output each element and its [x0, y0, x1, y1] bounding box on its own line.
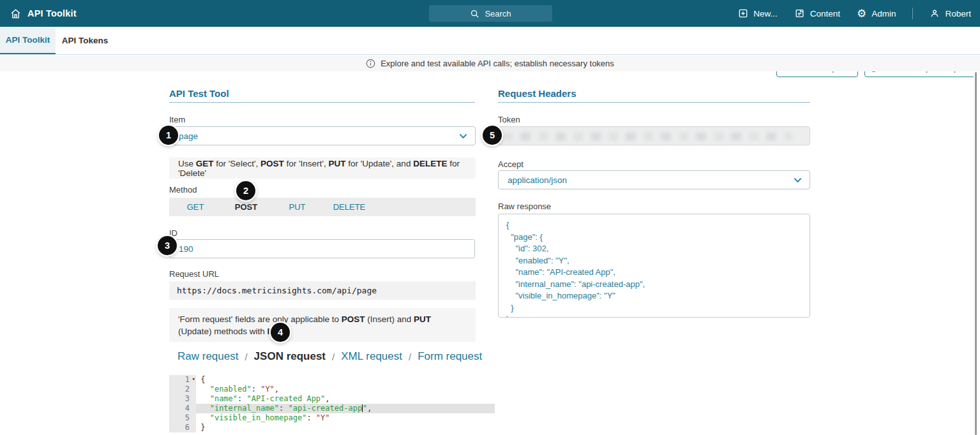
request-url-label: Request URL [169, 269, 219, 279]
tab-separator: / [332, 351, 335, 362]
accept-label: Accept [498, 159, 524, 169]
callout-badge-3: 3 [158, 236, 177, 255]
token-redacted-value [504, 133, 793, 140]
page-scrollbar-thumb[interactable] [975, 72, 977, 435]
callout-badge-4: 4 [271, 323, 290, 342]
json-request-editor[interactable]: 1▾ {2 "enabled": "Y",3 "name": "API-crea… [169, 375, 495, 435]
tab-form-request[interactable]: Form request [418, 350, 482, 363]
callout-badge-1: 1 [159, 126, 178, 145]
request-headers-rule [498, 102, 810, 103]
method-get[interactable]: GET [183, 198, 207, 216]
tab-api-toolkit[interactable]: API Toolkit [0, 27, 56, 54]
nav-content-button[interactable]: Content [794, 8, 840, 18]
method-hint: Use GET for 'Select', POST for 'Insert',… [169, 158, 476, 179]
token-label: Token [498, 115, 520, 124]
raw-response-label: Raw response [498, 202, 551, 211]
request-format-tabs: Raw request / JSON request / XML request… [177, 350, 482, 363]
accept-select[interactable]: application/json [498, 170, 810, 189]
chevron-down-icon [794, 177, 802, 183]
accept-select-value: application/json [508, 175, 567, 185]
nav-new-label: New... [753, 9, 778, 18]
tab-raw-request[interactable]: Raw request [177, 350, 238, 363]
content-icon [794, 8, 805, 18]
request-url-value: https://docs.metricinsights.com/api/page [169, 281, 476, 300]
top-navbar: API Toolkit Search New... [0, 0, 980, 27]
callout-badge-5: 5 [483, 126, 502, 145]
id-input[interactable]: 190 [169, 239, 475, 258]
tab-separator: / [245, 351, 247, 362]
method-put[interactable]: PUT [286, 198, 308, 216]
nav-admin-label: Admin [871, 9, 896, 18]
raw-response-output[interactable]: { "page": { "id": 302, "enabled": "Y", "… [498, 214, 810, 318]
nav-divider [912, 8, 913, 19]
nav-content-label: Content [810, 9, 840, 18]
method-delete[interactable]: DELETE [331, 198, 368, 216]
method-post[interactable]: POST [232, 198, 260, 216]
home-icon[interactable] [10, 8, 21, 19]
tab-xml-request[interactable]: XML request [341, 350, 402, 363]
search-icon [470, 9, 479, 18]
item-label: Item [169, 115, 185, 124]
tab-api-tokens[interactable]: API Tokens [56, 27, 114, 54]
api-test-tool-rule [169, 102, 475, 103]
info-icon [366, 59, 375, 68]
chevron-down-icon [459, 133, 467, 139]
method-label: Method [169, 185, 197, 195]
page-tabbar: API Toolkit API Tokens ⚙ ⚙ Run Request S… [0, 27, 980, 55]
tab-json-request[interactable]: JSON request [254, 350, 326, 363]
search-input[interactable]: Search [429, 5, 552, 22]
form-request-note: 'Form request' fields are only applicabl… [169, 308, 476, 342]
nav-user-button[interactable]: Robert [930, 8, 971, 18]
item-select[interactable]: page [169, 126, 476, 145]
id-input-value: 190 [179, 244, 193, 254]
nav-user-label: Robert [945, 9, 971, 18]
app-title: API Toolkit [27, 8, 77, 18]
item-select-value: page [179, 131, 198, 141]
info-banner: Explore and test available API calls; es… [0, 55, 980, 71]
api-toolkit-page: API Toolkit Search New... [0, 0, 980, 435]
token-input[interactable] [498, 126, 810, 145]
plus-square-icon [738, 8, 748, 18]
request-headers-title: Request Headers [498, 88, 577, 99]
tab-separator: / [409, 351, 411, 362]
api-test-tool-title: API Test Tool [169, 88, 229, 99]
info-banner-text: Explore and test available API calls; es… [381, 59, 614, 68]
nav-admin-button[interactable]: ⚙ Admin [857, 8, 896, 19]
callout-badge-2: 2 [236, 181, 255, 200]
nav-new-button[interactable]: New... [738, 8, 778, 18]
method-selector: GET POST PUT DELETE [169, 198, 476, 216]
gear-icon: ⚙ [857, 8, 866, 19]
user-icon [930, 8, 940, 18]
search-label: Search [485, 9, 511, 18]
